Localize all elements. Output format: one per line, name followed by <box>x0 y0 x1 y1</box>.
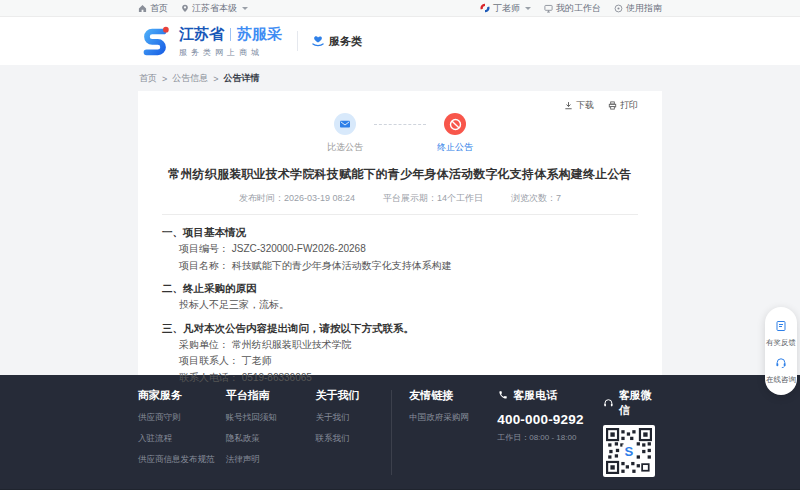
step-circle <box>444 113 466 135</box>
guide-label: 使用指南 <box>626 2 662 15</box>
card-toolbar: 下载 打印 <box>162 99 638 111</box>
step-termination-announcement[interactable]: 终止公告 <box>426 113 484 154</box>
logo-separator <box>230 28 231 41</box>
announcement-stepper: 比选公告 终止公告 <box>162 113 638 154</box>
print-label: 打印 <box>620 99 638 112</box>
service-heart-icon <box>311 34 325 48</box>
gov-procurement-logo-icon <box>480 3 490 13</box>
download-label: 下载 <box>576 99 594 112</box>
guide-circle-icon <box>614 4 623 13</box>
download-button[interactable]: 下载 <box>564 99 594 112</box>
footer-service-wechat: 客服微信 <box>603 388 662 477</box>
workspace-link[interactable]: 我的工作台 <box>544 2 601 15</box>
chevron-down-icon <box>242 7 248 10</box>
print-button[interactable]: 打印 <box>608 99 638 112</box>
footer-link[interactable]: 入驻流程 <box>138 433 226 445</box>
prohibit-icon <box>449 118 462 131</box>
title-divider <box>162 214 638 215</box>
breadcrumb-announcements[interactable]: 公告信息 <box>172 72 208 85</box>
topbar-right: 丁老师 我的工作台 使用指南 <box>480 2 662 15</box>
section-termination-reason: 二、终止采购的原因 投标人不足三家，流标。 <box>162 280 638 314</box>
category-badge[interactable]: 服务类 <box>311 34 362 49</box>
region-selector[interactable]: 江苏省本级 <box>181 2 248 15</box>
location-pin-icon <box>181 4 189 13</box>
headset-icon <box>603 398 614 409</box>
site-header: 江苏省 苏服采 服务类网上商城 服务类 <box>0 17 800 65</box>
chevron-down-icon <box>525 7 531 10</box>
project-name: 项目名称： 科技赋能下的青少年身体活动数字化支持体系构建 <box>162 258 638 275</box>
header-divider <box>297 31 298 51</box>
feedback-doc-icon <box>775 320 787 332</box>
footer-link[interactable]: 联系我们 <box>316 433 392 445</box>
section-heading: 三、凡对本次公告内容提出询问，请按以下方式联系。 <box>162 320 638 337</box>
site-logo[interactable]: 江苏省 苏服采 服务类网上商城 <box>138 23 282 59</box>
logo-subtitle: 服务类网上商城 <box>179 47 282 58</box>
footer-col-platform-guide: 平台指南 账号找回须知 隐私政策 法律声明 <box>226 388 316 477</box>
top-utility-bar: 首页 江苏省本级 丁老师 我的工作台 使用指南 <box>0 0 800 17</box>
guide-link[interactable]: 使用指南 <box>614 2 662 15</box>
home-link[interactable]: 首页 <box>138 2 168 15</box>
consult-label: 在线咨询 <box>765 375 797 384</box>
announcement-body: 一、项目基本情况 项目编号： JSZC-320000-FW2026-20268 … <box>162 224 638 386</box>
wechat-qr-code: S <box>603 425 655 477</box>
step-connector <box>374 124 426 125</box>
breadcrumb-home[interactable]: 首页 <box>139 72 157 85</box>
breadcrumb-current: 公告详情 <box>224 72 260 85</box>
consult-button[interactable]: 在线咨询 <box>765 352 797 389</box>
logo-text: 江苏省 苏服采 服务类网上商城 <box>179 25 282 58</box>
user-menu[interactable]: 丁老师 <box>480 2 531 15</box>
headset-icon <box>775 357 787 369</box>
section-heading: 二、终止采购的原因 <box>162 280 638 297</box>
footer-link[interactable]: 法律声明 <box>226 454 316 466</box>
region-label: 江苏省本级 <box>192 2 237 15</box>
meta-publish-time: 发布时间：2026-03-19 08:24 <box>239 192 355 205</box>
user-name-label: 丁老师 <box>493 2 520 15</box>
home-icon <box>138 4 147 13</box>
footer-service-phone: 客服电话 400-000-9292 工作日：08:00 - 18:00 <box>497 388 601 477</box>
section-project-info: 一、项目基本情况 项目编号： JSZC-320000-FW2026-20268 … <box>162 224 638 274</box>
announcement-meta: 发布时间：2026-03-19 08:24 平台展示期：14个工作日 浏览次数：… <box>162 192 638 205</box>
project-number: 项目编号： JSZC-320000-FW2026-20268 <box>162 241 638 258</box>
footer-col-merchant-services: 商家服务 供应商守则 入驻流程 供应商信息发布规范 <box>138 388 226 477</box>
province-label: 江苏省 <box>179 25 224 44</box>
footer-link[interactable]: 隐私政策 <box>226 433 316 445</box>
breadcrumb: 首页 > 公告信息 > 公告详情 <box>138 65 662 91</box>
print-icon <box>608 101 617 110</box>
feedback-label: 有奖反馈 <box>765 338 797 347</box>
service-phone-number: 400-000-9292 <box>497 412 601 427</box>
feedback-button[interactable]: 有奖反馈 <box>765 315 797 352</box>
monitor-icon <box>544 4 553 13</box>
topbar-left: 首页 江苏省本级 <box>138 2 248 15</box>
workspace-label: 我的工作台 <box>556 2 601 15</box>
step-circle <box>334 113 356 135</box>
site-footer: 商家服务 供应商守则 入驻流程 供应商信息发布规范 平台指南 账号找回须知 隐私… <box>0 375 800 489</box>
footer-link[interactable]: 关于我们 <box>316 412 392 424</box>
footer-link[interactable]: 账号找回须知 <box>226 412 316 424</box>
step-label: 比选公告 <box>327 141 363 154</box>
step-selection-announcement[interactable]: 比选公告 <box>316 113 374 154</box>
termination-reason: 投标人不足三家，流标。 <box>162 297 638 314</box>
brand-label: 苏服采 <box>237 25 282 44</box>
footer-link[interactable]: 供应商守则 <box>138 412 226 424</box>
footer-link[interactable]: 供应商信息发布规范 <box>138 454 226 466</box>
home-label: 首页 <box>150 2 168 15</box>
breadcrumb-separator: > <box>162 74 167 84</box>
meta-display-period: 平台展示期：14个工作日 <box>383 192 483 205</box>
footer-col-friend-links: 友情链接 中国政府采购网 <box>392 388 497 477</box>
step-label: 终止公告 <box>437 141 473 154</box>
sufucai-logo-icon <box>138 23 172 59</box>
announcement-card: 下载 打印 比选公告 终止公告 常州纺织服装职业技术学院科技赋能下的青少年身体活… <box>138 91 662 375</box>
breadcrumb-separator: > <box>213 74 218 84</box>
category-label: 服务类 <box>329 34 362 49</box>
footer-link[interactable]: 中国政府采购网 <box>409 412 497 424</box>
service-phone-hours: 工作日：08:00 - 18:00 <box>497 432 601 443</box>
meta-view-count: 浏览次数：7 <box>511 192 561 205</box>
purchaser-unit: 采购单位： 常州纺织服装职业技术学院 <box>162 337 638 354</box>
svg-text:S: S <box>624 444 633 459</box>
download-icon <box>564 101 573 110</box>
mail-icon <box>339 118 351 130</box>
floating-widget: 有奖反馈 在线咨询 <box>765 307 797 395</box>
announcement-title: 常州纺织服装职业技术学院科技赋能下的青少年身体活动数字化支持体系构建终止公告 <box>162 166 638 183</box>
phone-icon <box>497 390 508 401</box>
qr-pattern-icon: S <box>606 428 652 474</box>
